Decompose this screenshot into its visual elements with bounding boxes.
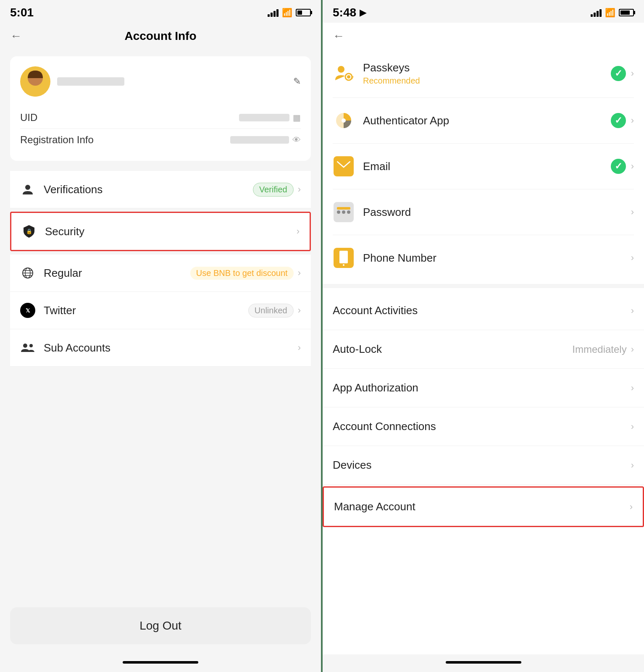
right-status-bar: 5:48 ▶ 📶 bbox=[323, 0, 644, 23]
menu-item-verifications[interactable]: Verifications Verified › bbox=[10, 171, 311, 208]
chevron-icon: › bbox=[631, 161, 634, 172]
passkey-icon bbox=[333, 63, 355, 84]
chevron-icon: › bbox=[630, 501, 633, 512]
chevron-icon: › bbox=[631, 68, 634, 79]
security-item-password[interactable]: Password › bbox=[333, 189, 634, 235]
other-item-auto-lock[interactable]: Auto-Lock Immediately › bbox=[323, 330, 644, 369]
passkeys-sub: Recommended bbox=[363, 76, 611, 86]
edit-icon[interactable]: ✎ bbox=[293, 76, 301, 87]
eye-icon[interactable]: 👁 bbox=[292, 135, 301, 145]
right-status-icons: 📶 bbox=[591, 8, 634, 18]
page-title: Account Info bbox=[124, 29, 196, 43]
chevron-icon: › bbox=[631, 115, 634, 126]
svg-rect-26 bbox=[339, 251, 348, 263]
avatar-svg bbox=[20, 66, 50, 97]
copy-icon[interactable]: ▦ bbox=[293, 113, 301, 123]
battery-icon bbox=[296, 9, 311, 16]
other-item-devices[interactable]: Devices › bbox=[323, 446, 644, 485]
auto-lock-label: Auto-Lock bbox=[333, 343, 572, 356]
chevron-icon: › bbox=[298, 342, 301, 353]
globe-icon bbox=[20, 265, 35, 281]
chevron-icon: › bbox=[297, 226, 300, 237]
manage-account-label: Manage Account bbox=[334, 500, 630, 513]
home-indicator bbox=[123, 661, 198, 664]
logout-section: Log Out bbox=[0, 597, 321, 654]
menu-item-security[interactable]: 🔒 Security › bbox=[10, 212, 311, 251]
auto-lock-value: Immediately bbox=[572, 344, 626, 355]
location-icon: ▶ bbox=[360, 7, 367, 18]
registration-label: Registration Info bbox=[20, 134, 94, 146]
chevron-icon: › bbox=[631, 383, 634, 394]
menu-item-sub-accounts[interactable]: Sub Accounts › bbox=[10, 329, 311, 367]
section-divider bbox=[323, 284, 644, 288]
security-label: Security bbox=[45, 225, 297, 238]
left-phone-panel: 5:01 📶 ← Account Info bbox=[0, 0, 321, 672]
devices-label: Devices bbox=[333, 459, 631, 472]
security-items-section: Passkeys Recommended ✓ › bbox=[323, 50, 644, 281]
left-content: ✎ UID ▦ Registration Info 👁 bbox=[0, 50, 321, 597]
chevron-icon: › bbox=[631, 305, 634, 316]
svg-text:𝕏: 𝕏 bbox=[26, 307, 30, 314]
twitter-label: Twitter bbox=[44, 304, 248, 317]
right-home-indicator bbox=[446, 661, 521, 664]
authenticator-check: ✓ bbox=[611, 113, 626, 128]
right-content: Passkeys Recommended ✓ › bbox=[323, 50, 644, 654]
passkeys-label: Passkeys bbox=[363, 61, 611, 74]
other-item-manage-account[interactable]: Manage Account › bbox=[323, 486, 644, 527]
phone-icon bbox=[333, 247, 355, 269]
registration-value bbox=[230, 136, 289, 144]
security-item-phone[interactable]: Phone Number › bbox=[333, 235, 634, 281]
wifi-icon: 📶 bbox=[605, 8, 615, 18]
avatar-row: ✎ bbox=[20, 66, 301, 97]
right-back-button[interactable]: ← bbox=[333, 29, 344, 43]
menu-item-twitter[interactable]: 𝕏 Twitter Unlinked › bbox=[10, 292, 311, 329]
shield-icon: 🔒 bbox=[21, 224, 37, 239]
back-button[interactable]: ← bbox=[10, 29, 22, 43]
svg-point-11 bbox=[23, 344, 27, 348]
sub-accounts-icon bbox=[20, 340, 35, 355]
avatar bbox=[20, 66, 50, 97]
sub-accounts-label: Sub Accounts bbox=[44, 341, 298, 354]
svg-point-22 bbox=[342, 210, 345, 214]
svg-point-13 bbox=[338, 66, 344, 73]
logout-button[interactable]: Log Out bbox=[10, 607, 311, 644]
chevron-icon: › bbox=[298, 268, 301, 278]
other-item-app-authorization[interactable]: App Authorization › bbox=[323, 369, 644, 407]
svg-text:🔒: 🔒 bbox=[26, 228, 32, 234]
svg-point-21 bbox=[337, 210, 340, 214]
svg-point-27 bbox=[343, 264, 344, 266]
chevron-icon: › bbox=[631, 207, 634, 218]
security-item-email[interactable]: Email ✓ › bbox=[333, 144, 634, 189]
chevron-icon: › bbox=[298, 184, 301, 195]
passkeys-check: ✓ bbox=[611, 66, 626, 81]
registration-row: Registration Info 👁 bbox=[20, 129, 301, 151]
username-bar bbox=[57, 77, 124, 86]
wifi-icon: 📶 bbox=[282, 8, 292, 18]
svg-point-23 bbox=[347, 210, 350, 214]
profile-card: ✎ UID ▦ Registration Info 👁 bbox=[10, 56, 311, 161]
app-authorization-label: App Authorization bbox=[333, 381, 631, 394]
twitter-icon: 𝕏 bbox=[20, 303, 35, 318]
right-nav-header: ← bbox=[323, 23, 644, 50]
email-label: Email bbox=[363, 160, 611, 173]
authenticator-icon bbox=[333, 110, 355, 131]
chevron-icon: › bbox=[298, 305, 301, 316]
password-label: Password bbox=[363, 206, 631, 219]
authenticator-label: Authenticator App bbox=[363, 114, 611, 127]
uid-value bbox=[239, 114, 289, 121]
other-item-account-connections[interactable]: Account Connections › bbox=[323, 407, 644, 446]
signal-icon bbox=[268, 8, 279, 17]
left-nav-header: ← Account Info bbox=[0, 23, 321, 50]
verified-badge: Verified bbox=[253, 183, 294, 197]
security-item-authenticator[interactable]: Authenticator App ✓ › bbox=[333, 98, 634, 144]
svg-rect-24 bbox=[337, 207, 350, 210]
uid-label: UID bbox=[20, 112, 37, 123]
password-icon bbox=[333, 201, 355, 223]
menu-item-regular[interactable]: Regular Use BNB to get discount › bbox=[10, 255, 311, 292]
svg-point-2 bbox=[25, 185, 30, 190]
other-item-account-activities[interactable]: Account Activities › bbox=[323, 291, 644, 330]
regular-label: Regular bbox=[44, 267, 190, 280]
chevron-icon: › bbox=[631, 252, 634, 263]
left-status-icons: 📶 bbox=[268, 8, 311, 18]
security-item-passkeys[interactable]: Passkeys Recommended ✓ › bbox=[333, 50, 634, 98]
